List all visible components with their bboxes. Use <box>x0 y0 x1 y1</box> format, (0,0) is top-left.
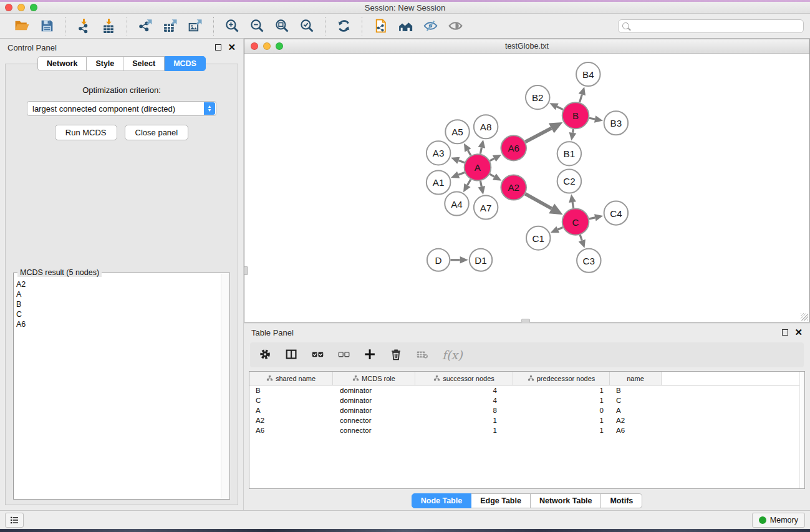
graph-edge-B-B2[interactable] <box>557 107 563 110</box>
hide-selected-icon[interactable] <box>420 16 441 36</box>
graph-node-B2[interactable]: B2 <box>526 85 550 109</box>
delete-column-icon[interactable] <box>390 348 403 362</box>
column-header-shared-name[interactable]: shared name <box>249 372 333 385</box>
graph-edge-C-C4[interactable] <box>589 218 595 219</box>
criterion-select[interactable]: largest connected component (directed) ▲… <box>27 101 216 116</box>
export-network-icon[interactable] <box>135 16 156 36</box>
graph-node-B1[interactable]: B1 <box>557 142 582 165</box>
table-row[interactable]: Adominator80A <box>249 405 804 415</box>
zoom-selected-icon[interactable] <box>296 16 317 36</box>
graph-edge-C-C1[interactable] <box>558 228 563 230</box>
column-header-MCDS-role[interactable]: MCDS role <box>333 372 415 385</box>
import-network-icon[interactable] <box>73 16 94 36</box>
table-row[interactable]: Cdominator41C <box>249 395 804 405</box>
close-panel-icon[interactable]: ✕ <box>228 44 236 51</box>
graph-node-C2[interactable]: C2 <box>557 169 582 193</box>
save-session-icon[interactable] <box>36 16 57 36</box>
graph-node-D1[interactable]: D1 <box>470 249 492 271</box>
import-table-icon[interactable] <box>98 16 119 36</box>
add-column-icon[interactable] <box>364 348 377 362</box>
result-item[interactable]: A6 <box>16 319 221 329</box>
table-row[interactable]: A2connector11A2 <box>249 415 804 425</box>
graph-edge-A-A1[interactable] <box>458 172 465 175</box>
node-table[interactable]: shared nameMCDS rolesuccessor nodesprede… <box>249 371 805 489</box>
float-panel-icon[interactable] <box>215 44 221 51</box>
close-panel-button[interactable]: Close panel <box>125 125 189 140</box>
graph-node-A1[interactable]: A1 <box>427 170 451 194</box>
table-row[interactable]: A6connector11A6 <box>249 425 804 435</box>
graph-edge-A6-B[interactable] <box>526 128 552 142</box>
graph-edge-A-A3[interactable] <box>458 160 465 163</box>
graph-edge-C-C2[interactable] <box>572 202 574 208</box>
float-table-panel-icon[interactable] <box>782 329 788 336</box>
zoom-in-icon[interactable] <box>221 16 243 36</box>
refresh-icon[interactable] <box>333 16 354 36</box>
graph-edge-B-B4[interactable] <box>579 95 582 103</box>
tab-edge-table[interactable]: Edge Table <box>471 493 531 508</box>
window-controls[interactable] <box>5 2 37 13</box>
graph-node-B4[interactable]: B4 <box>576 62 600 86</box>
minimize-window-button[interactable] <box>17 4 25 11</box>
search-field[interactable] <box>618 19 804 33</box>
graph-node-C[interactable]: C <box>562 209 589 235</box>
network-zoom-button[interactable] <box>276 42 283 50</box>
close-table-panel-icon[interactable]: ✕ <box>794 329 803 336</box>
graph-edge-A-A8[interactable] <box>480 148 481 154</box>
network-canvas[interactable]: B4B2BB3A8A5A6A3B1AA1C2A2A4A7C4CC1C3DD1 <box>244 54 809 322</box>
graph-node-B[interactable]: B <box>562 102 589 128</box>
graph-node-C4[interactable]: C4 <box>604 201 629 225</box>
vertical-scroll-thumb[interactable] <box>244 266 248 275</box>
graph-node-A7[interactable]: A7 <box>474 196 498 220</box>
graph-edge-A2-C[interactable] <box>525 194 551 209</box>
close-window-button[interactable] <box>5 4 12 11</box>
zoom-fit-icon[interactable] <box>271 16 292 36</box>
select-all-icon[interactable] <box>311 348 325 362</box>
table-row[interactable]: Bdominator41B <box>249 385 804 395</box>
result-item[interactable]: B <box>16 299 221 309</box>
tab-network-table[interactable]: Network Table <box>531 493 602 508</box>
result-item[interactable]: C <box>16 309 221 319</box>
table-scrollbar[interactable] <box>799 372 804 488</box>
graph-node-A[interactable]: A <box>465 154 491 180</box>
column-header-successor-nodes[interactable]: successor nodes <box>415 372 513 385</box>
tab-style[interactable]: Style <box>87 56 123 71</box>
graph-edge-C-C3[interactable] <box>580 235 582 241</box>
graph-node-B3[interactable]: B3 <box>604 111 629 135</box>
graph-node-C1[interactable]: C1 <box>526 226 551 250</box>
graph-edge-B-B1[interactable] <box>572 129 573 133</box>
graph-node-D[interactable]: D <box>427 249 450 271</box>
function-builder-icon[interactable]: f(x) <box>442 348 463 362</box>
network-close-button[interactable] <box>251 42 258 50</box>
memory-button[interactable]: Memory <box>752 513 805 528</box>
tab-network[interactable]: Network <box>37 56 87 71</box>
delete-table-icon[interactable] <box>416 348 430 362</box>
show-all-networks-icon[interactable] <box>395 16 416 36</box>
zoom-window-button[interactable] <box>30 4 37 11</box>
result-scrollbar[interactable] <box>221 274 229 498</box>
network-window-titlebar[interactable]: testGlobe.txt <box>244 39 809 54</box>
graph-edge-A-A7[interactable] <box>480 181 481 186</box>
horizontal-scroll-thumb[interactable] <box>521 319 530 322</box>
graph-node-A2[interactable]: A2 <box>501 175 526 200</box>
column-header-name[interactable]: name <box>610 372 662 385</box>
graph-edge-B-B3[interactable] <box>589 118 595 119</box>
column-header-predecessor-nodes[interactable]: predecessor nodes <box>513 372 610 385</box>
tab-select[interactable]: Select <box>123 56 165 71</box>
run-mcds-button[interactable]: Run MCDS <box>55 125 117 140</box>
new-network-from-file-icon[interactable] <box>370 16 391 36</box>
graph-node-A5[interactable]: A5 <box>445 120 470 143</box>
settings-gear-icon[interactable] <box>259 348 272 362</box>
graph-node-A8[interactable]: A8 <box>474 115 498 138</box>
open-session-icon[interactable] <box>11 16 32 36</box>
graph-edge-A-A4[interactable] <box>468 180 471 185</box>
columns-icon[interactable] <box>285 348 299 362</box>
zoom-out-icon[interactable] <box>246 16 268 36</box>
show-hidden-icon[interactable] <box>445 16 466 36</box>
tab-node-table[interactable]: Node Table <box>412 493 471 508</box>
result-item[interactable]: A2 <box>16 279 221 289</box>
search-input[interactable] <box>632 22 799 31</box>
mcds-result-list[interactable]: A2ABCA6 <box>16 279 221 498</box>
resize-grip-icon[interactable] <box>801 313 808 321</box>
graph-edge-A-A5[interactable] <box>468 150 471 155</box>
network-minimize-button[interactable] <box>263 42 271 50</box>
